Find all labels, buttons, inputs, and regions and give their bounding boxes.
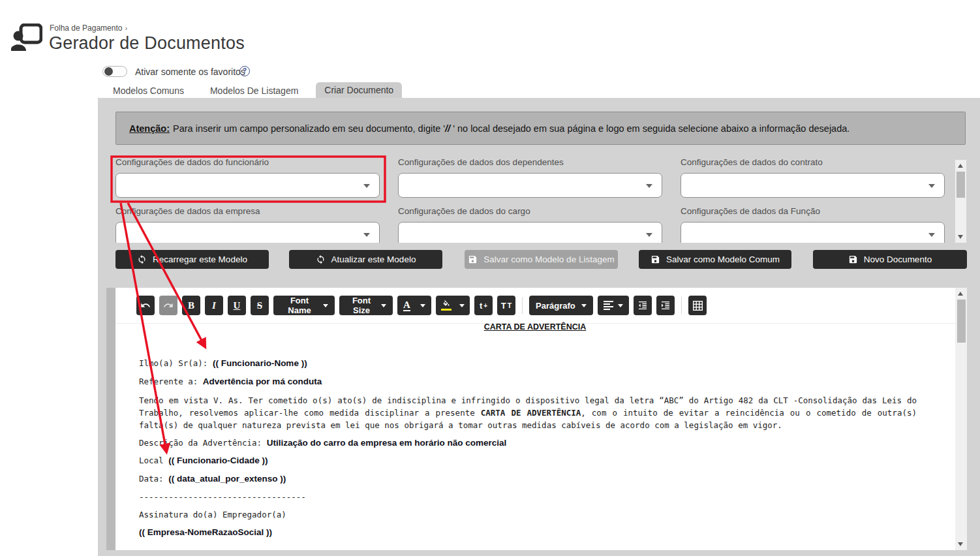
refresh-icon (316, 255, 326, 264)
save-as-common-model-button[interactable]: Salvar como Modelo Comum (639, 250, 791, 269)
token-funcionario-nome: (( Funcionario-Nome )) (213, 358, 307, 368)
document-heading: CARTA DE ADVERTÊNCIA (115, 322, 955, 332)
fields-scrollbar[interactable] (955, 160, 966, 243)
button-label: Salvar como Modelo de Listagem (483, 255, 614, 264)
description-text: Descrição da Advertência: (139, 438, 267, 448)
select-dados-funcao[interactable] (681, 222, 945, 243)
select-dados-cargo[interactable] (398, 222, 662, 243)
chevron-down-icon (363, 184, 370, 188)
breadcrumb[interactable]: Folha de Pagamento› (50, 23, 127, 33)
scroll-up-icon[interactable] (958, 164, 963, 168)
salutation-text: Ilmo(a) Sr(a): (139, 358, 207, 368)
token-empresa-razao-social: (( Empresa-NomeRazaoSocial )) (139, 527, 272, 537)
notice-strong-label: Atenção: (129, 123, 170, 134)
field-cargo: Configurações de dados do cargo (398, 206, 662, 243)
save-icon (468, 255, 478, 264)
field-label-dependentes: Configurações de dados dos dependentes (398, 157, 662, 167)
notice-slashes: // (445, 123, 450, 134)
scroll-up-icon[interactable] (958, 292, 963, 296)
notice-text-pre: Para inserir um campo personalizado em s… (173, 123, 445, 134)
new-document-button[interactable]: Novo Documento (813, 250, 967, 269)
button-label: Salvar como Modelo Comum (666, 255, 780, 264)
subject-text: Referente a: (139, 377, 198, 386)
field-funcionario: Configurações de dados do funcionário (115, 157, 380, 198)
line-signature-label: Assinatura do(a) Empregador(a) (139, 510, 286, 519)
line-date: Data: (( data_atual_por_extenso )) (139, 474, 286, 484)
line-signature-rule: ---------------------------------- (139, 492, 306, 502)
date-text: Data: (139, 474, 164, 484)
field-contrato: Configurações de dados do contrato (681, 157, 945, 198)
select-dados-funcionario[interactable] (115, 173, 380, 198)
scrollbar-thumb[interactable] (957, 172, 965, 198)
favorites-toggle[interactable] (102, 66, 127, 77)
field-dependentes: Configurações de dados dos dependentes (398, 157, 662, 198)
chevron-down-icon (646, 233, 652, 237)
chevron-down-icon (928, 184, 935, 188)
local-text: Local (139, 456, 168, 465)
field-funcao: Configurações de dados da Função (681, 206, 945, 243)
field-label-funcao: Configurações de dados da Função (681, 206, 945, 216)
page-title: Gerador de Documentos (49, 33, 245, 54)
notice-text-post: ' no local desejado em sua página e logo… (450, 123, 850, 134)
favorites-toggle-label: Ativar somente os favoritos (135, 67, 245, 77)
editor-scrollbar[interactable] (955, 288, 967, 550)
chevron-down-icon (646, 184, 652, 188)
line-body-paragraph: Tendo em vista V. As. Ter cometido o(s) … (139, 394, 917, 431)
help-icon[interactable]: ? (239, 66, 250, 76)
button-label: Novo Documento (864, 255, 932, 264)
tab-bar: Modelos Comuns Modelos De Listagem Criar… (104, 82, 402, 98)
description-bold-text: Utilização do carro da empresa em horári… (267, 438, 507, 448)
save-as-listing-model-button[interactable]: Salvar como Modelo de Listagem (465, 250, 618, 269)
scroll-down-icon[interactable] (958, 542, 963, 546)
field-empresa: Configurações de dados da empresa (115, 206, 380, 243)
reload-model-button[interactable]: Recarregar este Modelo (115, 250, 269, 269)
field-label-cargo: Configurações de dados do cargo (398, 206, 662, 216)
select-dados-empresa[interactable] (115, 222, 380, 243)
scroll-down-icon[interactable] (958, 235, 963, 239)
document-editor: B I U S Font Name Font Size A t+ TT Pará… (106, 288, 967, 550)
body-bold-text: CARTA DE ADVERTÊNCIA (481, 408, 581, 418)
field-label-contrato: Configurações de dados do contrato (681, 157, 945, 167)
field-label-funcionario: Configurações de dados do funcionário (115, 157, 380, 167)
document-content[interactable]: CARTA DE ADVERTÊNCIA Ilmo(a) Sr(a): (( F… (115, 288, 967, 550)
field-label-empresa: Configurações de dados da empresa (115, 206, 380, 216)
document-generator-app-icon (11, 23, 42, 52)
subject-bold-text: Advertência por má conduta (203, 377, 322, 386)
update-model-button[interactable]: Atualizar este Modelo (289, 250, 442, 269)
select-dados-dependentes[interactable] (398, 173, 662, 198)
line-company: (( Empresa-NomeRazaoSocial )) (139, 527, 272, 537)
chevron-down-icon (363, 233, 370, 237)
tab-modelos-comuns[interactable]: Modelos Comuns (104, 82, 192, 98)
tab-modelos-de-listagem[interactable]: Modelos De Listagem (202, 82, 307, 98)
tab-criar-documento[interactable]: Criar Documento (316, 82, 402, 98)
token-data-atual: (( data_atual_por_extenso )) (168, 474, 286, 484)
toggle-knob (104, 67, 113, 76)
notice-banner: Atenção:Para inserir um campo personaliz… (115, 112, 966, 145)
button-label: Atualizar este Modelo (331, 255, 416, 264)
line-local: Local (( Funcionario-Cidade )) (139, 456, 268, 465)
line-subject: Referente a: Advertência por má conduta (139, 377, 322, 386)
breadcrumb-label[interactable]: Folha de Pagamento (50, 23, 122, 33)
save-icon (848, 255, 858, 264)
token-funcionario-cidade: (( Funcionario-Cidade )) (168, 456, 268, 465)
chevron-down-icon (928, 233, 935, 237)
button-label: Recarregar este Modelo (153, 255, 247, 264)
field-settings-area: Configurações de dados do funcionário Co… (115, 157, 955, 243)
select-dados-contrato[interactable] (681, 173, 945, 198)
breadcrumb-caret-icon: › (125, 24, 127, 32)
line-description: Descrição da Advertência: Utilização do … (139, 438, 506, 448)
scrollbar-thumb[interactable] (957, 300, 966, 343)
line-salutation: Ilmo(a) Sr(a): (( Funcionario-Nome )) (139, 358, 307, 368)
save-icon (651, 255, 660, 264)
refresh-icon (137, 255, 147, 264)
